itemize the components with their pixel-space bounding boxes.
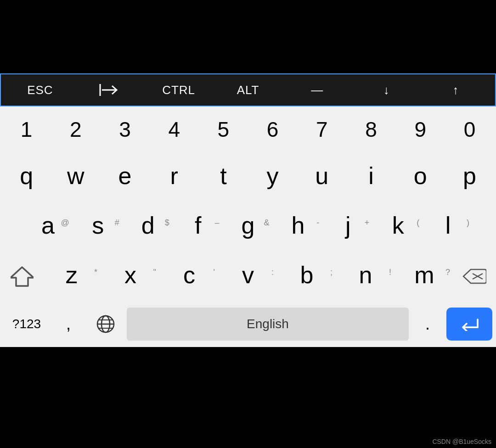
- key-0[interactable]: 0: [445, 110, 494, 149]
- key-z[interactable]: *z: [42, 261, 101, 291]
- superscript-x: ": [153, 268, 156, 277]
- key-r[interactable]: r: [150, 162, 199, 192]
- key-w[interactable]: w: [51, 162, 100, 192]
- top-black-area: [0, 0, 496, 73]
- superscript-g: &: [264, 218, 269, 228]
- esc-key[interactable]: ESC: [6, 74, 75, 106]
- key-h[interactable]: -h: [273, 212, 323, 242]
- key-7[interactable]: 7: [297, 110, 346, 149]
- shift-row: *z"x'c:v;b!n?m: [0, 252, 496, 301]
- key-8[interactable]: 8: [346, 110, 395, 149]
- key-4[interactable]: 4: [150, 110, 199, 149]
- shift-key[interactable]: [2, 265, 42, 288]
- key-3[interactable]: 3: [100, 110, 149, 149]
- superscript-s: #: [115, 218, 119, 228]
- enter-icon: [460, 317, 479, 331]
- bottom-row: ?123 , English .: [0, 301, 496, 347]
- asdf-row: @a#s$d–f&g-h+j(k)l: [0, 202, 496, 252]
- key-m[interactable]: ?m: [395, 261, 454, 291]
- key-e[interactable]: e: [100, 162, 149, 192]
- key-y[interactable]: y: [248, 162, 297, 192]
- tab-icon: [99, 83, 119, 97]
- superscript-d: $: [165, 218, 169, 228]
- comma-key[interactable]: ,: [52, 314, 85, 334]
- globe-icon: [96, 314, 116, 334]
- arrow-up-key[interactable]: ↑: [421, 74, 490, 106]
- key-f[interactable]: –f: [173, 212, 223, 242]
- key-x[interactable]: "x: [101, 261, 160, 291]
- key-9[interactable]: 9: [396, 110, 445, 149]
- key-2[interactable]: 2: [51, 110, 100, 149]
- superscript-b: ;: [330, 268, 333, 277]
- key-u[interactable]: u: [297, 162, 346, 192]
- backspace-key[interactable]: [454, 268, 494, 285]
- superscript-k: (: [417, 218, 419, 228]
- key-g[interactable]: &g: [223, 212, 273, 242]
- superscript-j: +: [365, 218, 370, 228]
- qwerty-row: q w e r t y u i o p: [0, 152, 496, 202]
- globe-key[interactable]: [87, 314, 124, 334]
- keyboard-container: ESC CTRL ALT — ↓ ↑ 1 2 3 4 5 6 7 8 9 0 q…: [0, 73, 496, 347]
- superscript-n: !: [389, 268, 391, 277]
- key-l[interactable]: )l: [423, 212, 473, 242]
- key-6[interactable]: 6: [248, 110, 297, 149]
- tab-key[interactable]: [75, 74, 144, 106]
- watermark: CSDN @B1ueSocks: [432, 438, 491, 445]
- key-o[interactable]: o: [396, 162, 445, 192]
- dash-key[interactable]: —: [282, 74, 352, 106]
- key-k[interactable]: (k: [373, 212, 423, 242]
- arrow-down-key[interactable]: ↓: [352, 74, 421, 106]
- key-1[interactable]: 1: [2, 110, 51, 149]
- key-b[interactable]: ;b: [277, 261, 336, 291]
- superscript-a: @: [61, 218, 69, 228]
- superscript-c: ': [214, 268, 215, 277]
- backspace-icon: [462, 268, 486, 285]
- key-j[interactable]: +j: [323, 212, 373, 242]
- superscript-f: –: [215, 218, 220, 228]
- space-key[interactable]: English: [127, 308, 409, 341]
- shift-icon: [11, 265, 34, 288]
- superscript-h: -: [316, 218, 319, 228]
- superscript-l: ): [467, 218, 469, 228]
- enter-key[interactable]: [446, 308, 492, 341]
- key-v[interactable]: :v: [219, 261, 277, 291]
- ctrl-key[interactable]: CTRL: [144, 74, 214, 106]
- key-q[interactable]: q: [2, 162, 51, 192]
- alt-key[interactable]: ALT: [214, 74, 283, 106]
- period-key[interactable]: .: [411, 314, 444, 334]
- number-row: 1 2 3 4 5 6 7 8 9 0: [0, 106, 496, 152]
- superscript-v: :: [271, 268, 274, 277]
- function-row: ESC CTRL ALT — ↓ ↑: [0, 73, 496, 106]
- superscript-m: ?: [445, 268, 450, 277]
- svg-marker-2: [11, 267, 34, 286]
- key-n[interactable]: !n: [336, 261, 395, 291]
- key-d[interactable]: $d: [123, 212, 173, 242]
- key-s[interactable]: #s: [73, 212, 123, 242]
- key-5[interactable]: 5: [199, 110, 248, 149]
- key-t[interactable]: t: [199, 162, 248, 192]
- superscript-z: *: [94, 268, 97, 277]
- key-p[interactable]: p: [445, 162, 494, 192]
- key-c[interactable]: 'c: [160, 261, 219, 291]
- numbers-key[interactable]: ?123: [4, 317, 50, 331]
- key-i[interactable]: i: [346, 162, 395, 192]
- key-a[interactable]: @a: [23, 212, 73, 242]
